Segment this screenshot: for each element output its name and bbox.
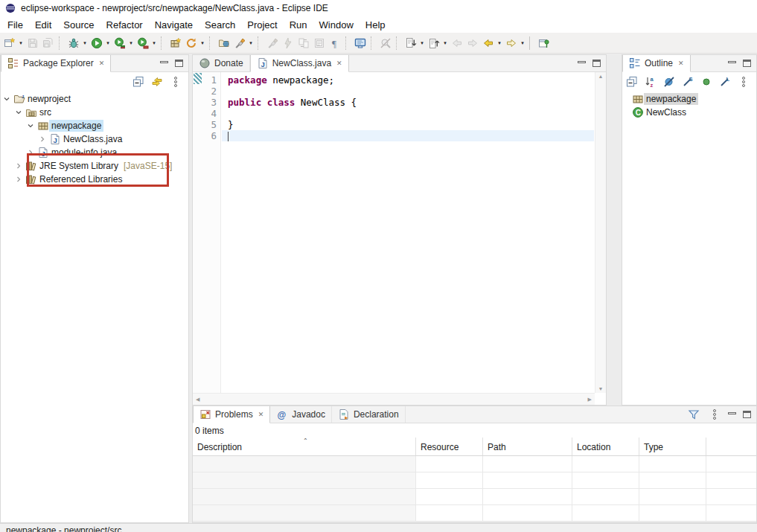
run-dropdown[interactable]: ▾ bbox=[104, 35, 112, 51]
outline-item-newpackage[interactable]: newpackage bbox=[622, 92, 756, 106]
previous-annotation-button[interactable] bbox=[426, 35, 441, 51]
console-button[interactable] bbox=[352, 35, 368, 51]
tab-donate[interactable]: Donate bbox=[193, 55, 250, 71]
tab-javadoc[interactable]: @ Javadoc bbox=[270, 406, 332, 423]
column-resource[interactable]: Resource bbox=[416, 438, 483, 455]
run-button[interactable] bbox=[89, 35, 104, 51]
new-wizard-button[interactable] bbox=[1, 35, 17, 51]
tab-package-explorer[interactable]: Package Explorer ✕ bbox=[1, 55, 111, 72]
tab-problems[interactable]: Problems ✕ bbox=[193, 406, 270, 423]
menu-project[interactable]: Project bbox=[241, 19, 283, 31]
menu-navigate[interactable]: Navigate bbox=[149, 19, 199, 31]
debug-button[interactable] bbox=[66, 35, 81, 51]
next-annotation-button[interactable] bbox=[403, 35, 418, 51]
menu-source[interactable]: Source bbox=[57, 19, 100, 31]
search-dropdown[interactable]: ▾ bbox=[247, 35, 255, 51]
column-type[interactable]: Type bbox=[639, 438, 706, 455]
hide-local-types-icon[interactable]: L bbox=[718, 74, 732, 89]
external-tools-button[interactable] bbox=[264, 35, 280, 51]
save-all-button[interactable] bbox=[40, 35, 56, 51]
chevron-down-icon[interactable] bbox=[25, 122, 36, 129]
maximize-icon[interactable] bbox=[592, 60, 601, 67]
back-button[interactable] bbox=[449, 35, 464, 51]
vertical-scrollbar[interactable]: ▲ ▼ bbox=[595, 72, 606, 393]
hide-static-members-icon[interactable]: S bbox=[680, 74, 694, 89]
scroll-down-icon[interactable]: ▼ bbox=[598, 386, 604, 391]
menu-help[interactable]: Help bbox=[360, 19, 392, 31]
view-menu-icon[interactable] bbox=[707, 408, 721, 422]
run-coverage-dropdown[interactable]: ▾ bbox=[127, 35, 135, 51]
debug-dropdown[interactable]: ▾ bbox=[81, 35, 89, 51]
tree-item-jre-system-library[interactable]: JRE System Library [JavaSE-15] bbox=[1, 159, 188, 173]
column-path[interactable]: Path bbox=[483, 438, 572, 455]
minimize-icon[interactable] bbox=[728, 412, 736, 414]
table-row[interactable] bbox=[193, 489, 756, 505]
table-row[interactable] bbox=[193, 456, 756, 472]
view-menu-icon[interactable] bbox=[736, 74, 750, 89]
maximize-icon[interactable] bbox=[743, 411, 751, 418]
open-resource-button[interactable] bbox=[216, 35, 231, 51]
chevron-right-icon[interactable] bbox=[13, 176, 25, 183]
outline-item-newclass[interactable]: C NewClass bbox=[622, 106, 756, 119]
chevron-right-icon[interactable] bbox=[13, 162, 25, 170]
tab-newclass-java[interactable]: J NewClass.java ✕ bbox=[250, 55, 349, 72]
last-edit-location-dropdown[interactable]: ▾ bbox=[496, 35, 503, 51]
column-location[interactable]: Location bbox=[572, 438, 639, 455]
collapse-all-icon[interactable] bbox=[131, 74, 145, 89]
hide-non-public-icon[interactable] bbox=[699, 74, 713, 89]
table-row[interactable] bbox=[193, 505, 756, 522]
minimize-icon[interactable] bbox=[728, 61, 736, 63]
maximize-icon[interactable] bbox=[743, 60, 751, 67]
scroll-right-icon[interactable]: ▶ bbox=[588, 397, 592, 403]
chevron-right-icon[interactable] bbox=[36, 135, 48, 143]
close-icon[interactable]: ✕ bbox=[257, 411, 264, 418]
show-whitespace-button[interactable]: ¶ bbox=[327, 35, 342, 51]
new-wizard-dropdown[interactable]: ▾ bbox=[17, 35, 25, 51]
forward-history-dropdown[interactable]: ▾ bbox=[519, 35, 526, 51]
chevron-right-icon[interactable] bbox=[25, 149, 36, 156]
close-icon[interactable]: ✕ bbox=[677, 60, 684, 67]
search-button[interactable] bbox=[231, 35, 247, 51]
close-icon[interactable]: ✕ bbox=[335, 60, 342, 67]
save-button[interactable] bbox=[25, 35, 40, 51]
mark-occurrences-button[interactable] bbox=[377, 35, 393, 51]
minimize-icon[interactable] bbox=[578, 61, 586, 63]
refresh-dropdown[interactable]: ▾ bbox=[199, 35, 206, 51]
run-profile-button[interactable] bbox=[135, 35, 150, 51]
tree-item-referenced-libraries[interactable]: Referenced Libraries bbox=[1, 173, 188, 186]
code-editor[interactable]: 1package newpackage; 2 3public class New… bbox=[193, 72, 606, 405]
forward-button[interactable] bbox=[464, 35, 480, 51]
menu-run[interactable]: Run bbox=[284, 19, 313, 31]
scroll-left-icon[interactable]: ◀ bbox=[196, 397, 199, 403]
chevron-down-icon[interactable] bbox=[1, 95, 13, 103]
scroll-up-icon[interactable]: ▲ bbox=[598, 74, 604, 79]
view-menu-icon[interactable] bbox=[168, 74, 182, 89]
menu-search[interactable]: Search bbox=[199, 19, 241, 31]
hide-fields-icon[interactable] bbox=[662, 74, 676, 89]
run-profile-dropdown[interactable]: ▾ bbox=[150, 35, 158, 51]
tree-item-newclass-java[interactable]: J NewClass.java bbox=[1, 132, 188, 146]
link-with-editor-icon[interactable] bbox=[150, 74, 164, 89]
horizontal-scrollbar[interactable]: ◀ ▶ bbox=[193, 393, 595, 405]
tree-item-module-info-java[interactable]: J module-info.java bbox=[1, 146, 188, 159]
refresh-button[interactable] bbox=[183, 35, 199, 51]
compare-button[interactable] bbox=[296, 35, 311, 51]
skip-breakpoints-button[interactable] bbox=[280, 35, 296, 51]
sort-icon[interactable]: az bbox=[643, 74, 657, 89]
forward-history-button[interactable] bbox=[503, 35, 519, 51]
previous-annotation-dropdown[interactable]: ▾ bbox=[441, 35, 449, 51]
pin-editor-button[interactable] bbox=[536, 35, 552, 51]
close-icon[interactable]: ✕ bbox=[98, 60, 105, 67]
next-annotation-dropdown[interactable]: ▾ bbox=[418, 35, 426, 51]
run-coverage-button[interactable] bbox=[112, 35, 127, 51]
collapse-all-icon[interactable] bbox=[625, 74, 639, 89]
menu-refactor[interactable]: Refactor bbox=[100, 19, 149, 31]
minimize-icon[interactable] bbox=[160, 61, 168, 63]
chevron-down-icon[interactable] bbox=[13, 109, 25, 116]
tree-item-newproject[interactable]: J newproject bbox=[1, 92, 188, 106]
menu-window[interactable]: Window bbox=[313, 19, 360, 31]
tree-item-newpackage[interactable]: newpackage bbox=[1, 119, 188, 132]
menu-file[interactable]: File bbox=[1, 19, 29, 31]
open-declaration-button[interactable] bbox=[311, 35, 327, 51]
tree-item-src[interactable]: src bbox=[1, 106, 188, 119]
